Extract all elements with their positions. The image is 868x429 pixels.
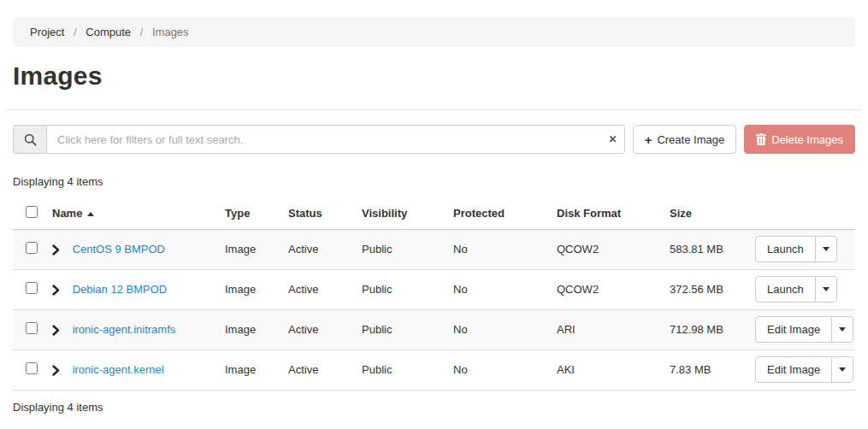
cell-disk-format: QCOW2 [557, 269, 670, 309]
table-header-row: Name Type Status Visibility Protected Di… [13, 198, 855, 229]
sort-ascending-icon [87, 212, 94, 216]
column-header-name-label: Name [52, 207, 82, 220]
cell-type: Image [225, 269, 288, 309]
plus-icon: + [645, 133, 652, 146]
image-name-link[interactable]: ironic-agent.kernel [73, 363, 164, 376]
column-header-visibility[interactable]: Visibility [362, 198, 453, 229]
column-header-size[interactable]: Size [670, 198, 755, 229]
create-image-button[interactable]: + Create Image [633, 125, 737, 154]
table-row: ironic-agent.initramfs Image Active Publ… [13, 309, 855, 350]
select-all-checkbox[interactable] [26, 206, 38, 218]
chevron-right-icon [52, 325, 60, 336]
chevron-right-icon [52, 285, 60, 296]
cell-size: 583.81 MB [670, 229, 755, 269]
caret-down-icon [823, 287, 830, 291]
breadcrumb-separator: / [140, 26, 144, 38]
breadcrumb-compute[interactable]: Compute [86, 26, 131, 38]
row-action-button[interactable]: Edit Image [755, 356, 832, 383]
row-action-button[interactable]: Launch [755, 236, 816, 262]
trash-icon [756, 133, 766, 145]
table-row: ironic-agent.kernel Image Active Public … [13, 350, 855, 390]
cell-size: 372.56 MB [670, 269, 755, 309]
cell-type: Image [225, 229, 288, 269]
cell-visibility: Public [362, 350, 453, 390]
cell-visibility: Public [362, 269, 453, 309]
row-action-dropdown-button[interactable] [815, 236, 837, 262]
chevron-right-icon [52, 365, 60, 376]
expand-row-button[interactable] [52, 285, 60, 296]
row-action-dropdown-button[interactable] [831, 356, 853, 383]
breadcrumb-images: Images [152, 26, 189, 38]
toolbar: ✕ + Create Image Delete Images [13, 125, 855, 154]
cell-protected: No [453, 350, 557, 390]
row-action-dropdown-button[interactable] [815, 276, 837, 303]
cell-status: Active [288, 350, 362, 390]
search-addon-button[interactable] [13, 125, 46, 154]
expand-row-button[interactable] [52, 365, 60, 376]
create-image-label: Create Image [657, 133, 724, 146]
search-icon [24, 133, 37, 146]
cell-type: Image [225, 350, 288, 390]
column-header-protected[interactable]: Protected [453, 198, 557, 229]
image-name-link[interactable]: CentOS 9 BMPOD [73, 243, 165, 256]
cell-protected: No [453, 229, 557, 269]
search-bar: ✕ [13, 125, 625, 154]
column-header-type[interactable]: Type [225, 198, 288, 229]
delete-images-label: Delete Images [771, 133, 843, 146]
cell-status: Active [288, 229, 362, 269]
row-action-split-button: Launch [755, 276, 837, 303]
column-header-actions [755, 198, 855, 229]
caret-down-icon [823, 247, 830, 251]
expand-row-button[interactable] [52, 325, 60, 336]
caret-down-icon [839, 367, 846, 372]
row-action-button[interactable]: Launch [755, 276, 816, 303]
items-count-bottom: Displaying 4 items [13, 401, 855, 414]
cell-disk-format: ARI [557, 309, 670, 350]
expand-row-button[interactable] [52, 244, 60, 256]
images-page: Project / Compute / Images Images ✕ + Cr… [0, 17, 868, 414]
column-header-status[interactable]: Status [288, 198, 362, 229]
title-divider [6, 109, 862, 110]
table-row: CentOS 9 BMPOD Image Active Public No QC… [13, 229, 855, 269]
cell-protected: No [453, 309, 557, 350]
cell-visibility: Public [362, 309, 453, 350]
row-action-dropdown-button[interactable] [831, 316, 853, 343]
breadcrumb: Project / Compute / Images [13, 17, 855, 47]
cell-protected: No [453, 269, 557, 309]
page-title: Images [13, 62, 855, 91]
cell-status: Active [288, 309, 362, 350]
row-action-split-button: Launch [755, 236, 837, 262]
column-header-name[interactable]: Name [52, 198, 225, 229]
cell-disk-format: AKI [557, 350, 670, 390]
images-table: Name Type Status Visibility Protected Di… [13, 198, 855, 391]
row-checkbox[interactable] [26, 362, 38, 374]
chevron-right-icon [52, 244, 60, 256]
row-checkbox[interactable] [26, 282, 38, 294]
image-name-link[interactable]: ironic-agent.initramfs [73, 323, 176, 336]
clear-search-button[interactable]: ✕ [609, 134, 617, 144]
row-action-split-button: Edit Image [755, 316, 853, 343]
row-action-split-button: Edit Image [755, 356, 853, 383]
cell-size: 712.98 MB [670, 309, 755, 350]
caret-down-icon [839, 327, 846, 332]
row-action-button[interactable]: Edit Image [755, 316, 832, 343]
breadcrumb-project[interactable]: Project [30, 26, 64, 38]
cell-disk-format: QCOW2 [557, 229, 670, 269]
breadcrumb-separator: / [74, 26, 77, 38]
items-count-top: Displaying 4 items [13, 175, 855, 188]
table-row: Debian 12 BMPOD Image Active Public No Q… [13, 269, 855, 309]
search-input[interactable] [46, 125, 625, 154]
row-checkbox[interactable] [26, 322, 38, 334]
row-checkbox[interactable] [26, 242, 38, 254]
cell-visibility: Public [362, 229, 453, 269]
column-header-disk-format[interactable]: Disk Format [557, 198, 670, 229]
delete-images-button[interactable]: Delete Images [744, 125, 855, 154]
cell-status: Active [288, 269, 362, 309]
cell-type: Image [225, 309, 288, 350]
cell-size: 7.83 MB [670, 350, 755, 390]
image-name-link[interactable]: Debian 12 BMPOD [73, 283, 168, 296]
